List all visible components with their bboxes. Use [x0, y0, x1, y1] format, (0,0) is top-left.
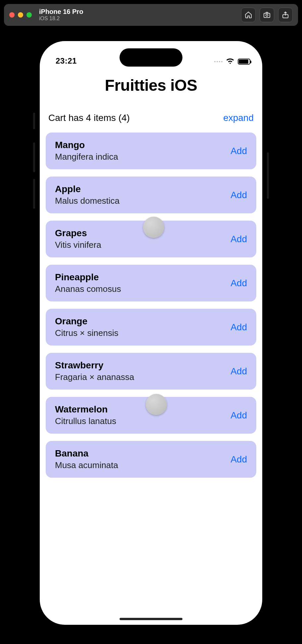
touch-indicator [143, 217, 164, 238]
wifi-icon [226, 58, 234, 66]
fruit-name: Strawberry [55, 360, 134, 371]
device-screen: 23:21 Fruitties iOS Cart has 4 items (4)… [40, 41, 262, 625]
page-title: Fruitties iOS [40, 76, 262, 94]
simulator-device-name: iPhone 16 Pro [39, 8, 83, 16]
fruit-name: Watermelon [55, 404, 116, 415]
fruit-name: Banana [55, 448, 118, 459]
fruit-scientific-name: Musa acuminata [55, 460, 118, 470]
window-controls [9, 12, 32, 18]
fruit-card: BananaMusa acuminataAdd [46, 441, 256, 478]
mute-switch[interactable] [33, 113, 35, 129]
simulator-titlebar: iPhone 16 Pro iOS 18.2 [4, 4, 298, 26]
fruit-name: Orange [55, 316, 118, 327]
fruit-scientific-name: Citrus × sinensis [55, 328, 118, 338]
close-window-button[interactable] [9, 12, 15, 18]
fruit-card: OrangeCitrus × sinensisAdd [46, 309, 256, 346]
zoom-window-button[interactable] [26, 12, 32, 18]
dynamic-island [120, 48, 182, 67]
cellular-icon [214, 61, 223, 62]
fruit-name: Grapes [55, 228, 101, 239]
cart-summary: Cart has 4 items (4) [48, 113, 130, 123]
minimize-window-button[interactable] [18, 12, 23, 18]
volume-up-button[interactable] [33, 142, 35, 172]
fruit-card: MangoMangifera indicaAdd [46, 133, 256, 169]
fruit-scientific-name: Mangifera indica [55, 152, 118, 162]
side-power-button[interactable] [267, 152, 269, 199]
fruit-scientific-name: Citrullus lanatus [55, 416, 116, 426]
fruit-scientific-name: Malus domestica [55, 196, 120, 206]
share-icon [281, 11, 289, 19]
battery-icon [238, 59, 250, 65]
fruit-scientific-name: Ananas comosus [55, 284, 121, 294]
fruit-card: AppleMalus domesticaAdd [46, 177, 256, 213]
fruit-card: StrawberryFragaria × ananassaAdd [46, 353, 256, 390]
fruit-name: Pineapple [55, 272, 121, 283]
fruit-card: PineappleAnanas comosusAdd [46, 265, 256, 301]
add-button[interactable]: Add [230, 366, 247, 377]
add-button[interactable]: Add [230, 146, 247, 156]
screenshot-button[interactable] [260, 8, 274, 22]
status-time: 23:21 [56, 56, 77, 66]
camera-icon [263, 11, 271, 19]
touch-indicator [146, 394, 167, 415]
fruit-list[interactable]: MangoMangifera indicaAddAppleMalus domes… [40, 133, 262, 478]
add-button[interactable]: Add [230, 234, 247, 244]
add-button[interactable]: Add [230, 322, 247, 333]
home-button[interactable] [241, 8, 256, 22]
home-indicator[interactable] [120, 618, 182, 620]
fruit-scientific-name: Vitis vinifera [55, 240, 101, 250]
expand-button[interactable]: expand [223, 113, 254, 123]
fruit-name: Mango [55, 140, 118, 150]
share-button[interactable] [278, 8, 293, 22]
simulator-os-version: iOS 18.2 [39, 16, 83, 22]
add-button[interactable]: Add [230, 190, 247, 200]
volume-down-button[interactable] [33, 179, 35, 209]
add-button[interactable]: Add [230, 454, 247, 465]
add-button[interactable]: Add [230, 410, 247, 421]
fruit-scientific-name: Fragaria × ananassa [55, 372, 134, 382]
house-icon [244, 11, 252, 19]
iphone-frame: 23:21 Fruitties iOS Cart has 4 items (4)… [35, 36, 267, 629]
fruit-name: Apple [55, 184, 120, 194]
svg-point-1 [266, 14, 268, 16]
add-button[interactable]: Add [230, 278, 247, 289]
